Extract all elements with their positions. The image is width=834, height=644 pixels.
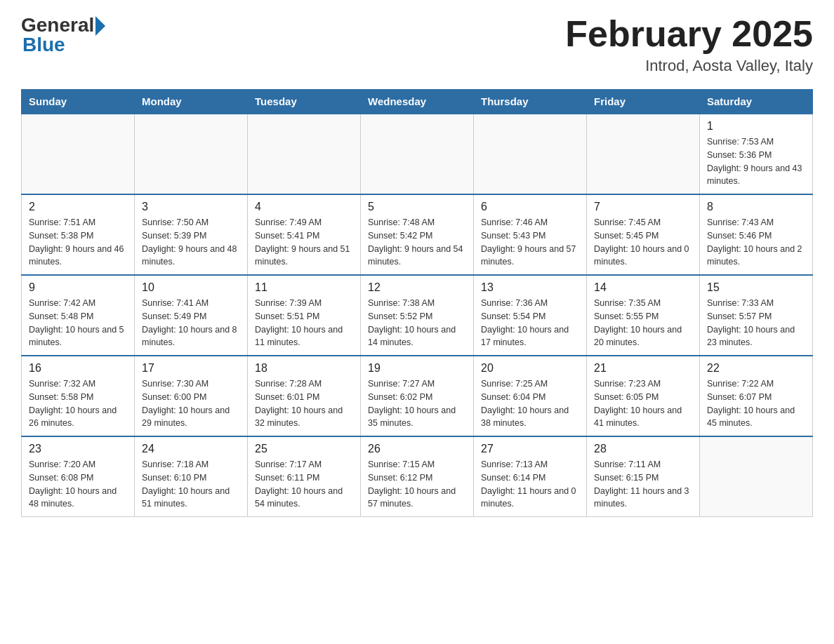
day-number: 18 <box>255 362 353 375</box>
day-cell: 4Sunrise: 7:49 AM Sunset: 5:41 PM Daylig… <box>248 194 361 275</box>
header-cell-friday: Friday <box>587 90 700 114</box>
day-cell <box>248 114 361 194</box>
day-info: Sunrise: 7:39 AM Sunset: 5:51 PM Dayligh… <box>255 297 353 349</box>
day-info: Sunrise: 7:42 AM Sunset: 5:48 PM Dayligh… <box>29 297 127 349</box>
day-info: Sunrise: 7:50 AM Sunset: 5:39 PM Dayligh… <box>142 216 240 269</box>
day-info: Sunrise: 7:22 AM Sunset: 6:07 PM Dayligh… <box>707 377 805 430</box>
day-info: Sunrise: 7:18 AM Sunset: 6:10 PM Dayligh… <box>142 458 240 511</box>
calendar-table: SundayMondayTuesdayWednesdayThursdayFrid… <box>21 89 813 517</box>
day-cell: 25Sunrise: 7:17 AM Sunset: 6:11 PM Dayli… <box>248 436 361 517</box>
day-number: 1 <box>707 120 805 133</box>
week-row-1: 1Sunrise: 7:53 AM Sunset: 5:36 PM Daylig… <box>22 114 813 194</box>
calendar-subtitle: Introd, Aosta Valley, Italy <box>565 57 813 75</box>
week-row-4: 16Sunrise: 7:32 AM Sunset: 5:58 PM Dayli… <box>22 356 813 436</box>
day-cell: 17Sunrise: 7:30 AM Sunset: 6:00 PM Dayli… <box>135 356 248 436</box>
day-number: 17 <box>142 362 240 375</box>
day-cell: 20Sunrise: 7:25 AM Sunset: 6:04 PM Dayli… <box>474 356 587 436</box>
day-number: 2 <box>29 201 127 213</box>
day-cell: 7Sunrise: 7:45 AM Sunset: 5:45 PM Daylig… <box>587 194 700 275</box>
day-cell <box>587 114 700 194</box>
day-info: Sunrise: 7:35 AM Sunset: 5:55 PM Dayligh… <box>594 297 692 349</box>
day-info: Sunrise: 7:49 AM Sunset: 5:41 PM Dayligh… <box>255 216 353 269</box>
day-info: Sunrise: 7:45 AM Sunset: 5:45 PM Dayligh… <box>594 216 692 269</box>
day-info: Sunrise: 7:15 AM Sunset: 6:12 PM Dayligh… <box>368 458 466 511</box>
day-number: 8 <box>707 201 805 213</box>
calendar-title: February 2025 <box>565 14 813 54</box>
day-info: Sunrise: 7:43 AM Sunset: 5:46 PM Dayligh… <box>707 216 805 269</box>
day-number: 10 <box>142 281 240 294</box>
day-info: Sunrise: 7:38 AM Sunset: 5:52 PM Dayligh… <box>368 297 466 349</box>
day-cell <box>22 114 135 194</box>
day-cell: 18Sunrise: 7:28 AM Sunset: 6:01 PM Dayli… <box>248 356 361 436</box>
header-cell-monday: Monday <box>135 90 248 114</box>
day-number: 9 <box>29 281 127 294</box>
day-info: Sunrise: 7:17 AM Sunset: 6:11 PM Dayligh… <box>255 458 353 511</box>
day-info: Sunrise: 7:32 AM Sunset: 5:58 PM Dayligh… <box>29 377 127 430</box>
day-number: 14 <box>594 281 692 294</box>
day-number: 26 <box>368 443 466 455</box>
day-cell: 12Sunrise: 7:38 AM Sunset: 5:52 PM Dayli… <box>361 275 474 356</box>
day-cell: 10Sunrise: 7:41 AM Sunset: 5:49 PM Dayli… <box>135 275 248 356</box>
header-cell-saturday: Saturday <box>700 90 813 114</box>
day-number: 3 <box>142 201 240 213</box>
logo-arrow-icon <box>95 16 105 36</box>
day-cell: 22Sunrise: 7:22 AM Sunset: 6:07 PM Dayli… <box>700 356 813 436</box>
day-number: 20 <box>481 362 579 375</box>
day-cell <box>474 114 587 194</box>
header-cell-thursday: Thursday <box>474 90 587 114</box>
day-cell: 14Sunrise: 7:35 AM Sunset: 5:55 PM Dayli… <box>587 275 700 356</box>
day-number: 4 <box>255 201 353 213</box>
day-cell: 16Sunrise: 7:32 AM Sunset: 5:58 PM Dayli… <box>22 356 135 436</box>
day-number: 13 <box>481 281 579 294</box>
day-number: 22 <box>707 362 805 375</box>
week-row-5: 23Sunrise: 7:20 AM Sunset: 6:08 PM Dayli… <box>22 436 813 517</box>
day-info: Sunrise: 7:25 AM Sunset: 6:04 PM Dayligh… <box>481 377 579 430</box>
day-info: Sunrise: 7:46 AM Sunset: 5:43 PM Dayligh… <box>481 216 579 269</box>
day-cell: 27Sunrise: 7:13 AM Sunset: 6:14 PM Dayli… <box>474 436 587 517</box>
header-cell-sunday: Sunday <box>22 90 135 114</box>
day-cell: 28Sunrise: 7:11 AM Sunset: 6:15 PM Dayli… <box>587 436 700 517</box>
day-cell <box>700 436 813 517</box>
day-info: Sunrise: 7:53 AM Sunset: 5:36 PM Dayligh… <box>707 135 805 188</box>
day-number: 24 <box>142 443 240 455</box>
day-cell: 1Sunrise: 7:53 AM Sunset: 5:36 PM Daylig… <box>700 114 813 194</box>
day-cell: 8Sunrise: 7:43 AM Sunset: 5:46 PM Daylig… <box>700 194 813 275</box>
day-number: 15 <box>707 281 805 294</box>
day-cell: 23Sunrise: 7:20 AM Sunset: 6:08 PM Dayli… <box>22 436 135 517</box>
day-cell: 11Sunrise: 7:39 AM Sunset: 5:51 PM Dayli… <box>248 275 361 356</box>
day-number: 11 <box>255 281 353 294</box>
week-row-2: 2Sunrise: 7:51 AM Sunset: 5:38 PM Daylig… <box>22 194 813 275</box>
logo-blue-text: Blue <box>22 34 65 56</box>
day-number: 21 <box>594 362 692 375</box>
week-row-3: 9Sunrise: 7:42 AM Sunset: 5:48 PM Daylig… <box>22 275 813 356</box>
day-cell: 3Sunrise: 7:50 AM Sunset: 5:39 PM Daylig… <box>135 194 248 275</box>
day-info: Sunrise: 7:41 AM Sunset: 5:49 PM Dayligh… <box>142 297 240 349</box>
day-number: 25 <box>255 443 353 455</box>
day-info: Sunrise: 7:36 AM Sunset: 5:54 PM Dayligh… <box>481 297 579 349</box>
day-cell <box>361 114 474 194</box>
day-info: Sunrise: 7:27 AM Sunset: 6:02 PM Dayligh… <box>368 377 466 430</box>
day-info: Sunrise: 7:33 AM Sunset: 5:57 PM Dayligh… <box>707 297 805 349</box>
day-number: 19 <box>368 362 466 375</box>
day-cell: 5Sunrise: 7:48 AM Sunset: 5:42 PM Daylig… <box>361 194 474 275</box>
day-info: Sunrise: 7:30 AM Sunset: 6:00 PM Dayligh… <box>142 377 240 430</box>
day-cell: 13Sunrise: 7:36 AM Sunset: 5:54 PM Dayli… <box>474 275 587 356</box>
day-info: Sunrise: 7:23 AM Sunset: 6:05 PM Dayligh… <box>594 377 692 430</box>
day-info: Sunrise: 7:11 AM Sunset: 6:15 PM Dayligh… <box>594 458 692 511</box>
day-cell: 9Sunrise: 7:42 AM Sunset: 5:48 PM Daylig… <box>22 275 135 356</box>
calendar-header: SundayMondayTuesdayWednesdayThursdayFrid… <box>22 90 813 114</box>
header-row: SundayMondayTuesdayWednesdayThursdayFrid… <box>22 90 813 114</box>
day-cell: 15Sunrise: 7:33 AM Sunset: 5:57 PM Dayli… <box>700 275 813 356</box>
day-number: 6 <box>481 201 579 213</box>
day-number: 23 <box>29 443 127 455</box>
day-info: Sunrise: 7:13 AM Sunset: 6:14 PM Dayligh… <box>481 458 579 511</box>
day-number: 16 <box>29 362 127 375</box>
day-info: Sunrise: 7:28 AM Sunset: 6:01 PM Dayligh… <box>255 377 353 430</box>
day-cell: 26Sunrise: 7:15 AM Sunset: 6:12 PM Dayli… <box>361 436 474 517</box>
day-info: Sunrise: 7:20 AM Sunset: 6:08 PM Dayligh… <box>29 458 127 511</box>
header-cell-wednesday: Wednesday <box>361 90 474 114</box>
day-cell: 24Sunrise: 7:18 AM Sunset: 6:10 PM Dayli… <box>135 436 248 517</box>
day-cell: 21Sunrise: 7:23 AM Sunset: 6:05 PM Dayli… <box>587 356 700 436</box>
day-info: Sunrise: 7:51 AM Sunset: 5:38 PM Dayligh… <box>29 216 127 269</box>
calendar-body: 1Sunrise: 7:53 AM Sunset: 5:36 PM Daylig… <box>22 114 813 517</box>
